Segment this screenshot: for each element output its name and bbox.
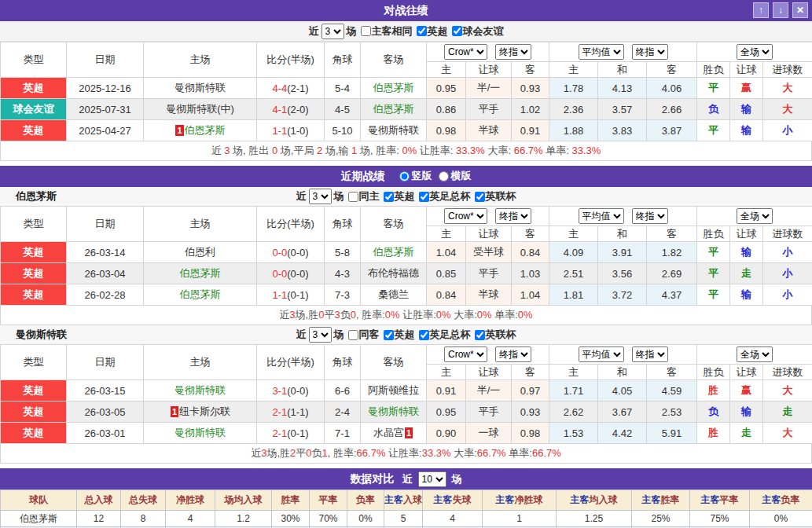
league-badge: 英超 (1, 423, 66, 443)
halftime-score: (1-1) (287, 406, 308, 418)
move-down-button[interactable]: ↓ (773, 2, 788, 18)
checkbox-same-home[interactable] (348, 192, 358, 202)
team-summary: 近3场,胜2平0负1, 胜率:66.7% 让胜率:33.3% 大率:66.7% … (0, 444, 812, 464)
checkbox-fa-cup[interactable] (419, 330, 429, 340)
near-count-select[interactable]: 3 (321, 24, 344, 39)
near-count-select[interactable]: 3 (309, 189, 332, 204)
column-subheader: 和 (598, 226, 647, 242)
stat-cell: 4 (166, 511, 215, 527)
scope-select[interactable]: 全场 (737, 346, 773, 362)
comparison-near-select[interactable]: 10 (418, 471, 446, 487)
column-subheader: 客 (647, 365, 697, 380)
odds-source-select[interactable]: Crow* (444, 208, 487, 224)
checkbox-premier-league[interactable] (384, 192, 394, 202)
league-cell: 英超 (1, 78, 67, 99)
match-row: 英超26-02-28伯恩茅斯1-1(0-1)7-3桑德兰0.84半球1.041.… (1, 284, 812, 306)
odds-handicap: 半/一 (466, 380, 512, 402)
fulltime-score: 4-4 (272, 82, 287, 94)
comparison-column-header: 主客平率 (690, 490, 750, 511)
avg-source-select[interactable]: 平均值 (579, 44, 624, 60)
checkbox-premier-league[interactable] (417, 26, 427, 36)
odds-stage-select[interactable]: 终指 (495, 44, 531, 60)
filter-checkbox-premier-league[interactable]: 英超 (384, 189, 415, 204)
move-up-button[interactable]: ↑ (753, 2, 769, 18)
checkbox-club-friendly[interactable] (452, 26, 462, 36)
checkbox-fa-cup[interactable] (419, 192, 429, 202)
comparison-column-header: 场均入球 (215, 490, 272, 511)
summary-segment: 33.3% (422, 447, 451, 459)
column-subheader: 让球 (466, 365, 512, 380)
odds-source-select[interactable]: Crow* (444, 44, 487, 60)
filter-checkbox-fa-cup[interactable]: 英足总杯 (419, 328, 471, 342)
halftime-score: (0-0) (287, 385, 308, 397)
radio-vertical-layout[interactable]: 竖版 (399, 169, 432, 183)
stat-cell: 0% (347, 511, 384, 527)
avg-away: 4.06 (647, 78, 697, 99)
column-header: 日期 (67, 207, 144, 242)
summary-segment: 让胜率: (417, 145, 456, 156)
radio-vertical[interactable] (399, 171, 410, 182)
close-button[interactable]: ✕ (792, 2, 808, 18)
team-name-label: 曼彻斯特联 (16, 328, 67, 342)
odds-away: 0.91 (512, 120, 549, 141)
odds-stage-select[interactable]: 终指 (495, 346, 531, 362)
odds-away: 0.97 (512, 380, 549, 402)
header-text: 平率 (720, 494, 739, 505)
league-cell: 英超 (1, 242, 67, 263)
radio-horizontal-layout[interactable]: 横版 (439, 169, 472, 183)
avg-stage-select[interactable]: 终指 (632, 346, 668, 362)
team-filter-row: 伯恩茅斯近3场同主英超英足总杯英联杯 (0, 187, 812, 206)
red-card-badge: 1 (171, 406, 178, 417)
avg-source-wrap: 平均值终指 (549, 208, 696, 224)
header-text: 负率 (781, 494, 800, 505)
recent-title: 近期战绩 (341, 170, 385, 184)
avg-source-group: 平均值终指 (549, 345, 697, 365)
home-team-name: 纽卡斯尔联 (179, 405, 230, 417)
checkbox-premier-league[interactable] (384, 330, 394, 340)
filter-checkbox-premier-league[interactable]: 英超 (384, 328, 415, 342)
radio-horizontal[interactable] (439, 171, 449, 182)
odds-stage-select[interactable]: 终指 (495, 208, 531, 224)
summary-segment: 负 (312, 447, 322, 459)
corner-score: 5-8 (325, 242, 361, 263)
odds-source-wrap: Crow*终指 (427, 208, 549, 224)
avg-stage-select[interactable]: 终指 (632, 208, 668, 224)
match-table: 类型日期主场比分(半场)角球客场Crow*终指平均值终指全场主让球客主和客胜负让… (0, 344, 812, 444)
summary-segment: 场,胜 (296, 309, 319, 321)
avg-stage-select[interactable]: 终指 (632, 44, 668, 60)
avg-draw: 3.83 (598, 120, 647, 141)
summary-segment: 0% (436, 309, 451, 321)
halftime-score: (0-1) (287, 427, 308, 439)
filter-checkbox-club-friendly[interactable]: 球会友谊 (452, 24, 504, 38)
filter-checkbox-same-venue[interactable]: 主客相同 (361, 24, 413, 38)
filter-checkbox-premier-league[interactable]: 英超 (417, 24, 448, 38)
scope-select[interactable]: 全场 (737, 208, 773, 224)
near-count-select[interactable]: 3 (309, 327, 332, 343)
match-table: 类型日期主场比分(半场)角球客场Crow*终指平均值终指全场主让球客主和客胜负让… (0, 206, 812, 306)
checkbox-efl-cup[interactable] (475, 330, 485, 340)
filter-checkbox-efl-cup[interactable]: 英联杯 (475, 328, 516, 342)
odds-source-group: Crow*终指 (427, 207, 549, 226)
checkbox-same-away[interactable] (348, 330, 358, 340)
odds-source-select[interactable]: Crow* (444, 346, 487, 362)
score-cell: 0-0(0-0) (257, 242, 325, 263)
filter-checkbox-same-away[interactable]: 同客 (348, 328, 380, 342)
odds-source-wrap: Crow*终指 (427, 44, 549, 60)
scope-select[interactable]: 全场 (737, 44, 773, 60)
filter-checkbox-fa-cup[interactable]: 英足总杯 (419, 189, 471, 204)
team-name-cell: 伯恩茅斯 (1, 511, 77, 527)
checkbox-same-venue[interactable] (361, 26, 371, 36)
away-team-name: 桑德兰 (378, 288, 409, 300)
stat-cell: 1 (483, 511, 557, 527)
corner-score: 6-6 (325, 380, 361, 402)
column-subheader: 客 (647, 62, 697, 78)
avg-source-select[interactable]: 平均值 (579, 346, 624, 362)
checkbox-efl-cup[interactable] (475, 192, 485, 202)
stat-cell: 25% (632, 511, 690, 527)
league-cell: 英超 (1, 423, 67, 444)
filter-checkbox-efl-cup[interactable]: 英联杯 (475, 189, 516, 204)
avg-home: 1.81 (549, 284, 598, 306)
odds-handicap: 半/一 (466, 78, 512, 99)
avg-source-select[interactable]: 平均值 (579, 208, 624, 224)
filter-checkbox-same-home[interactable]: 同主 (348, 189, 380, 204)
